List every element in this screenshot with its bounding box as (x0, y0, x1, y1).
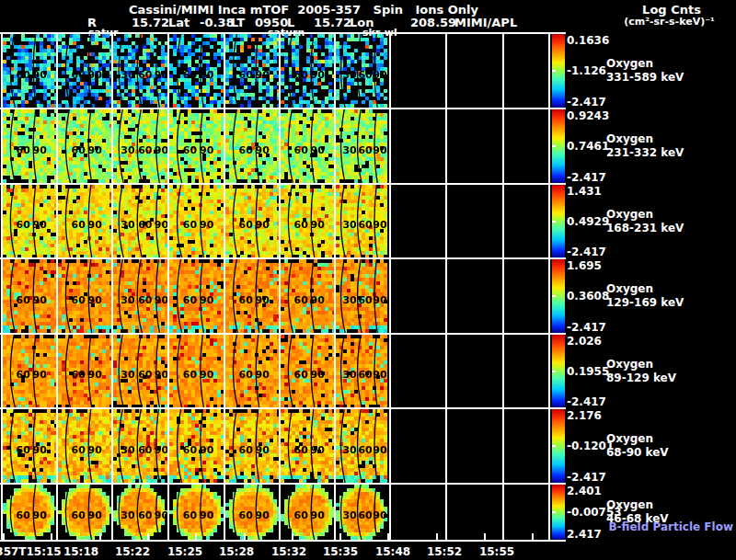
skymap-cell-r5c4 (169, 335, 224, 407)
energy-range-label: 331-589 keV (606, 71, 684, 85)
time-label-7: 15:48 (375, 545, 410, 558)
row-label-3: Oxygen168-231 keV (606, 208, 684, 235)
colorbar-row4 (552, 259, 565, 333)
colorbar-min-row3: -2.417 (567, 246, 606, 258)
time-tick-9 (436, 533, 438, 541)
grid-hline-7 (0, 540, 566, 542)
skymap-cell-r3c5 (225, 185, 279, 257)
colorbar-units-label: (cm²-sr-s-keV)⁻¹ (603, 16, 736, 28)
grid-vline-6 (334, 33, 336, 541)
grid-vline-2 (111, 33, 113, 541)
species-label: Oxygen (606, 432, 669, 446)
colorbar-min-row1: -2.417 (567, 96, 606, 109)
lt-label: LT (231, 16, 245, 29)
colorbar-row5 (552, 335, 565, 407)
skymap-cell-r1c6 (281, 34, 334, 108)
skymap-cell-r5c5 (225, 335, 279, 407)
row-label-6: Oxygen68-90 keV (606, 432, 669, 460)
skymap-cell-r6c3 (113, 409, 167, 483)
colorbar-mid-row1: -1.126 (567, 64, 606, 77)
colorbar-row3 (552, 185, 565, 257)
colorbar-max-row5: 2.026 (567, 335, 602, 348)
skymap-cell-r5c1 (3, 335, 56, 407)
colorbar-row2 (552, 109, 565, 183)
grid-hline-6 (0, 483, 566, 485)
source-label: MIMI/APL (454, 16, 517, 29)
plot-title: Cassini/MIMI Inca mTOF 2005-357 Spin Ion… (0, 3, 607, 17)
skymap-cell-r6c7 (336, 409, 389, 483)
row-label-7: Oxygen46-68 keV (606, 498, 669, 526)
energy-range-label: 46-68 keV (606, 512, 669, 526)
skymap-cell-r6c1 (3, 409, 56, 483)
grid-hline-5 (0, 407, 566, 409)
grid-vline-8 (445, 33, 447, 541)
species-label: Oxygen (606, 208, 684, 222)
skymap-cell-r5c3 (113, 335, 167, 407)
colorbar-min-row6: -2.417 (567, 471, 606, 484)
grid-hline-3 (0, 257, 566, 259)
grid-vline-9 (502, 33, 504, 541)
skymap-cell-r4c1 (3, 259, 56, 333)
l-value: 15.72 (314, 16, 351, 29)
time-tick-8 (387, 533, 389, 541)
species-label: Oxygen (606, 57, 684, 71)
skymap-cell-r7c5 (225, 485, 279, 540)
skymap-cell-r1c3 (113, 34, 167, 108)
time-label-5: 15:32 (271, 545, 306, 558)
colorbar-row1 (552, 34, 565, 108)
time-label-3: 15:25 (167, 545, 202, 558)
time-label-8: 15:52 (427, 545, 462, 558)
skymap-cell-r7c1 (3, 485, 56, 540)
skymap-cell-r3c1 (3, 185, 56, 257)
skymap-cell-r6c5 (225, 409, 279, 483)
time-label-1: 15:18 (63, 545, 98, 558)
grid-hline-2 (0, 183, 566, 185)
skymap-cell-r3c7 (336, 185, 389, 257)
colorbar-min-row7: 2.417 (567, 528, 602, 541)
grid-vline-7 (389, 33, 391, 541)
skymap-cell-r2c3 (113, 109, 167, 183)
skymap-cell-r2c5 (225, 109, 279, 183)
time-tick-10 (484, 533, 486, 541)
time-tick-11 (532, 533, 534, 541)
colorbar-mid-row4: 0.3608 (567, 290, 609, 303)
skymap-cell-r3c6 (281, 185, 334, 257)
colorbar-max-row6: 2.176 (567, 409, 602, 422)
skymap-cell-r5c6 (281, 335, 334, 407)
skymap-cell-r5c7 (336, 335, 389, 407)
colorbar-title: Log Cnts (607, 3, 736, 17)
time-label-4: 15:28 (219, 545, 254, 558)
skymap-cell-r7c6 (281, 485, 334, 540)
skymap-cell-r3c4 (169, 185, 224, 257)
cassini-mimi-plot-window: Cassini/MIMI Inca mTOF 2005-357 Spin Ion… (0, 0, 736, 560)
species-label: Oxygen (606, 498, 669, 512)
skymap-cell-r1c7 (336, 34, 389, 108)
skymap-cell-r4c3 (113, 259, 167, 333)
skymap-cell-r1c1 (3, 34, 56, 108)
skymap-cell-r2c4 (169, 109, 224, 183)
skymap-cell-r4c4 (169, 259, 224, 333)
skymap-cell-r2c7 (336, 109, 389, 183)
skymap-cell-r2c1 (3, 109, 56, 183)
skymap-cell-r6c4 (169, 409, 224, 483)
skymap-cell-r6c2 (58, 409, 111, 483)
skymap-cell-r1c2 (58, 34, 111, 108)
time-tick-1 (51, 533, 52, 541)
row-label-4: Oxygen129-169 keV (606, 282, 684, 310)
grid-hline-1 (0, 108, 566, 109)
skymap-cell-r2c2 (58, 109, 111, 183)
skymap-cell-r4c6 (281, 259, 334, 333)
colorbar-mid-row2: 0.7461 (567, 140, 609, 153)
time-tick-2 (99, 533, 101, 541)
time-tick-6 (292, 533, 293, 541)
colorbar-mid-row3: 0.4929 (567, 215, 609, 228)
time-tick-5 (244, 533, 246, 541)
time-label-6: 15:35 (323, 545, 358, 558)
skymap-cell-r7c2 (58, 485, 111, 540)
colorbar-row7 (552, 485, 565, 540)
row-label-2: Oxygen231-332 keV (606, 132, 684, 160)
time-label-9: 15:55 (479, 545, 514, 558)
grid-vline-1 (56, 33, 58, 541)
skymap-cell-r7c4 (169, 485, 224, 540)
grid-vline-4 (224, 33, 225, 541)
